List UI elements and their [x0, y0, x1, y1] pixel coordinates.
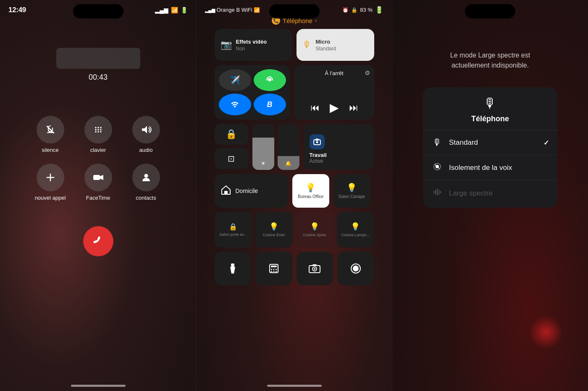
- row-conn-media: ✈️ B ⊙ À l'arrêt ⏮ ▶ ⏭: [215, 65, 374, 120]
- travail-sub: Activé: [310, 158, 368, 164]
- audio-option-standard[interactable]: 🎙 Standard ✓: [423, 130, 557, 155]
- svg-point-33: [276, 271, 277, 272]
- bluetooth-btn[interactable]: B: [254, 94, 286, 115]
- svg-point-7: [97, 129, 99, 130]
- contacts-button[interactable]: contacts: [127, 163, 165, 201]
- svg-point-8: [100, 129, 102, 130]
- media-block[interactable]: ⊙ À l'arrêt ⏮ ▶ ⏭: [294, 65, 374, 120]
- travail-tile[interactable]: Travail Activé: [304, 124, 374, 170]
- facetime-button[interactable]: FaceTime: [79, 163, 117, 201]
- silence-icon: [37, 116, 64, 143]
- svg-marker-16: [100, 175, 103, 180]
- audio-button[interactable]: audio: [127, 115, 165, 153]
- brightness-icon: ☀: [261, 160, 266, 167]
- svg-rect-42: [433, 191, 434, 193]
- large-spectre-label: Large spectre: [449, 189, 549, 198]
- audio-label: audio: [139, 147, 153, 153]
- new-call-button[interactable]: nouvel appel: [32, 163, 69, 201]
- camera-tile[interactable]: [297, 252, 333, 285]
- calculator-tile[interactable]: [255, 252, 292, 285]
- salon-porte-tile[interactable]: 🔒 Salon porte av...: [215, 212, 252, 248]
- media-controls: ⏮ ▶ ⏭: [299, 101, 369, 115]
- dynamic-island-audio: [465, 4, 515, 18]
- domicile-tile[interactable]: Domicile: [215, 174, 288, 208]
- cuisine-spots-tile[interactable]: 💡 Cuisine Spots: [296, 212, 333, 248]
- svg-rect-15: [93, 175, 100, 180]
- svg-rect-24: [231, 263, 234, 267]
- salon-porte-icon: 🔒: [229, 223, 237, 231]
- end-call-button[interactable]: [83, 226, 113, 256]
- battery-icon-cc: 🔋: [375, 6, 383, 14]
- new-call-icon: [37, 164, 64, 191]
- cc-grid: 📷 Effets vidéo Non 🎙 Micro Standard ✈️: [215, 29, 374, 285]
- contacts-label: contacts: [136, 195, 156, 201]
- chevron-icon: ›: [315, 18, 317, 23]
- control-center: ▂▄▆ Orange B WiFi 📶 ⏰ 🔒 83 % 🔋 📞 Télépho…: [196, 0, 392, 391]
- volume-slider[interactable]: 🔔: [278, 124, 299, 170]
- call-duration: 00:43: [89, 73, 108, 82]
- row-cuisine: 🔒 Salon porte av... 💡 Cuisine Évier 💡 Cu…: [215, 212, 374, 248]
- svg-rect-44: [437, 189, 438, 196]
- svg-point-18: [268, 79, 271, 81]
- clavier-label: clavier: [90, 147, 106, 153]
- screen-record-tile[interactable]: [337, 252, 374, 285]
- svg-point-10: [97, 131, 99, 133]
- large-spectre-icon: [431, 188, 443, 199]
- svg-point-6: [95, 129, 97, 130]
- brightness-slider[interactable]: ☀: [252, 124, 274, 170]
- travail-title: Travail: [310, 152, 368, 158]
- dynamic-island: [73, 4, 123, 18]
- micro-tile[interactable]: 🎙 Micro Standard: [297, 29, 374, 61]
- flashlight-tile[interactable]: [215, 252, 252, 285]
- home-icon: [220, 184, 231, 198]
- cuisine-evier-tile[interactable]: 💡 Cuisine Évier: [255, 212, 293, 248]
- battery-icon: 🔋: [181, 7, 188, 13]
- lock-icon: 🔒: [351, 7, 357, 13]
- svg-point-32: [273, 271, 274, 272]
- audio-icon: [132, 116, 160, 143]
- audio-source-popup: 🎙 Téléphone 🎙 Standard ✓ Isolement de la…: [423, 87, 557, 208]
- cuisine-evier-icon: 💡: [269, 222, 278, 231]
- clavier-button[interactable]: clavier: [79, 115, 117, 153]
- silence-label: silence: [42, 147, 58, 153]
- audio-popup-header: 🎙 Téléphone: [423, 96, 557, 130]
- svg-point-5: [100, 127, 102, 128]
- lock-rotation-tile[interactable]: 🔒: [215, 124, 248, 145]
- svg-point-19: [234, 106, 236, 107]
- salon-porte-label: Salon porte av...: [220, 232, 247, 237]
- cuisine-evier-label: Cuisine Évier: [262, 233, 285, 237]
- prev-icon[interactable]: ⏮: [310, 102, 320, 113]
- connectivity-block: ✈️ B: [215, 65, 290, 120]
- volume-icon: 🔔: [285, 161, 291, 167]
- next-icon[interactable]: ⏭: [349, 102, 358, 113]
- popup-mic-icon: 🎙: [483, 96, 497, 111]
- wifi-btn[interactable]: [219, 94, 251, 115]
- bureau-tile[interactable]: 💡 Bureau Office: [292, 174, 329, 208]
- svg-point-28: [271, 269, 272, 270]
- screen-mirror-tile[interactable]: ⊡: [215, 148, 248, 169]
- salon-canape-label: Salon Canape: [339, 194, 365, 199]
- bureau-label: Bureau Office: [298, 194, 323, 199]
- svg-rect-43: [435, 190, 436, 195]
- play-icon[interactable]: ▶: [330, 101, 339, 115]
- audio-source-panel: Le mode Large spectre est actuellement i…: [392, 0, 588, 391]
- alarm-icon: ⏰: [342, 7, 349, 13]
- cuisine-spots-label: Cuisine Spots: [303, 233, 326, 237]
- svg-rect-23: [224, 191, 228, 194]
- cuisine-spots-icon: 💡: [310, 222, 319, 231]
- effets-video-icon: 📷: [220, 39, 232, 50]
- salon-canape-icon: 💡: [346, 182, 357, 193]
- misc-small-tiles: 🔒 ⊡: [215, 124, 248, 170]
- clavier-icon: [84, 116, 112, 143]
- effets-video-tile[interactable]: 📷 Effets vidéo Non: [215, 29, 292, 61]
- airplane-btn[interactable]: ✈️: [219, 69, 251, 91]
- bureau-icon: 💡: [305, 182, 316, 193]
- facetime-label: FaceTime: [86, 195, 110, 201]
- cuisine-lampe-tile[interactable]: 💡 Cuisine Lampe...: [337, 212, 374, 248]
- salon-canape-tile[interactable]: 💡 Salon Canape: [333, 174, 370, 208]
- audio-option-isolement[interactable]: Isolement de la voix: [423, 155, 557, 181]
- signal-btn[interactable]: [254, 69, 286, 91]
- silence-button[interactable]: silence: [32, 115, 69, 153]
- audio-option-large[interactable]: Large spectre: [423, 181, 557, 208]
- standard-check: ✓: [543, 139, 549, 147]
